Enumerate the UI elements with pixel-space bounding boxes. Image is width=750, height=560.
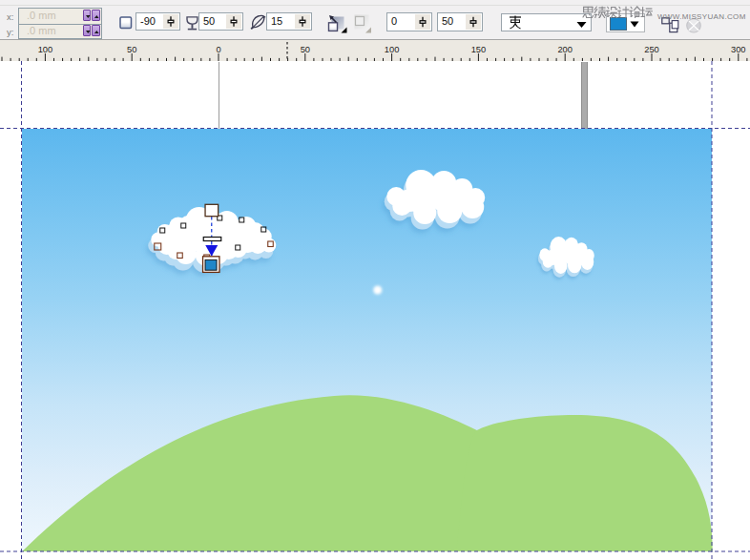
svg-text:250: 250 (644, 45, 659, 54)
svg-text:100: 100 (38, 45, 53, 54)
svg-text:200: 200 (557, 45, 573, 54)
svg-text:100: 100 (385, 45, 400, 54)
svg-text:150: 150 (471, 45, 487, 54)
svg-text:0: 0 (216, 45, 220, 54)
svg-text:50: 50 (301, 45, 310, 54)
svg-text:50: 50 (127, 45, 136, 54)
svg-text:300: 300 (731, 45, 746, 54)
